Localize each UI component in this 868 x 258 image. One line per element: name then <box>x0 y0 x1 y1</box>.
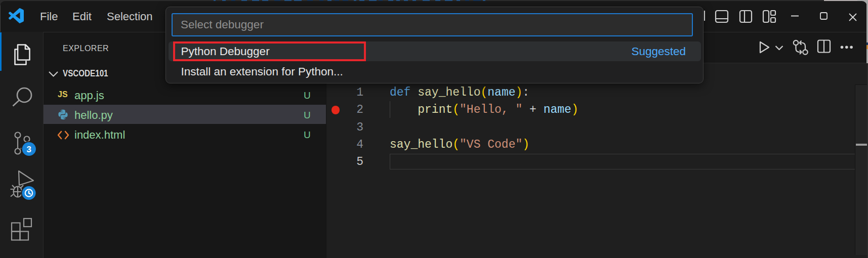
svg-text:3: 3 <box>27 145 31 154</box>
